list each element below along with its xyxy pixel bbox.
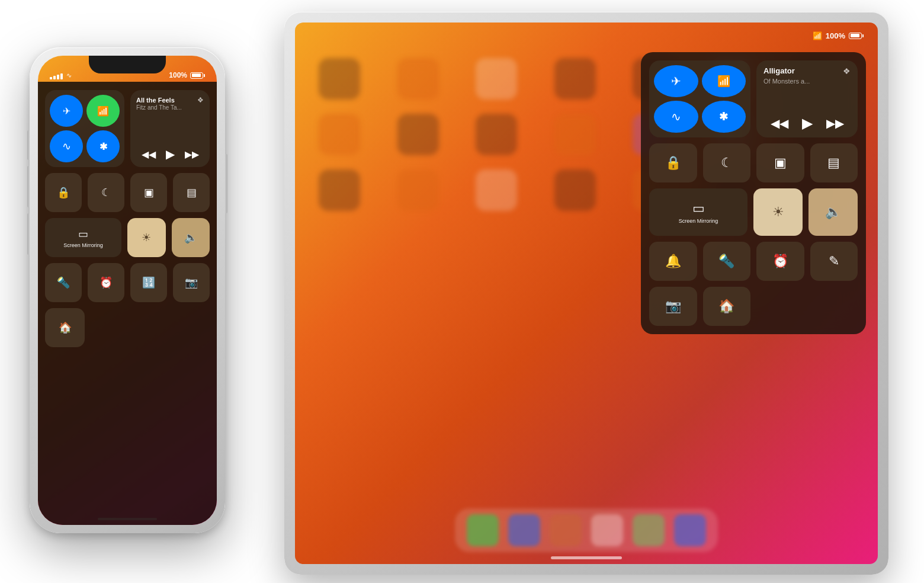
btn3-icon: ▣: [144, 186, 154, 199]
iphone-rotation-lock-btn[interactable]: 🔒: [45, 173, 82, 212]
ipad-airplane-btn[interactable]: ✈: [654, 65, 698, 97]
iphone-dnd-btn[interactable]: ☾: [88, 173, 124, 212]
app-icon: [397, 58, 439, 100]
ipad-flashlight-btn[interactable]: 🔦: [703, 242, 751, 281]
battery-body: [849, 33, 862, 39]
iphone-btn4[interactable]: ▤: [173, 173, 210, 212]
app-icon: [554, 114, 596, 155]
iphone-music-artist: Fitz and The Ta...: [136, 104, 182, 111]
ipad-dock: [455, 508, 718, 552]
app-icon: [397, 114, 439, 155]
music-info: Alligator Of Monsters a...: [763, 66, 810, 85]
dock-icon: [550, 514, 582, 546]
iphone-bluetooth-btn[interactable]: ✱: [86, 130, 120, 162]
ipad-camera-btn[interactable]: 📷: [649, 287, 697, 326]
battery-percent: 100%: [826, 31, 845, 40]
iphone-timer-btn[interactable]: ⏰: [88, 263, 124, 302]
iphone-screen-mirror-btn[interactable]: ▭ Screen Mirroring: [45, 218, 121, 257]
camera-icon: 📷: [185, 276, 198, 289]
ipad-btn4[interactable]: ▤: [810, 143, 858, 182]
music-artist: Of Monsters a...: [763, 78, 810, 85]
next-button[interactable]: ▶▶: [826, 116, 844, 130]
brightness-icon: ☀: [142, 231, 151, 244]
ipad-frame: 📶 100%: [284, 12, 888, 575]
iphone-screen: ∿ 100%: [38, 56, 217, 525]
music-controls: ◀◀ ▶ ▶▶: [763, 115, 851, 132]
ipad-wifi-btn[interactable]: ∿: [654, 101, 698, 133]
ipad-bell-btn[interactable]: 🔔: [649, 242, 697, 281]
ipad-connectivity-block: ✈ 📶 ∿ ✱: [649, 60, 750, 137]
timer-icon: ⏰: [772, 254, 788, 269]
ipad-btn3[interactable]: ▣: [756, 143, 804, 182]
ipad-volume-btn[interactable]: 🔈: [808, 188, 858, 236]
iphone-home-btn-cc[interactable]: 🏠: [45, 308, 85, 347]
btn4-icon: ▤: [187, 186, 197, 199]
music-title: Alligator: [763, 66, 810, 76]
iphone-row5: 🏠: [45, 308, 210, 347]
btn4-icon: ▤: [827, 155, 840, 171]
ipad-status-bar: 📶 100%: [295, 23, 878, 49]
battery-icon-iphone: [190, 72, 205, 79]
iphone-container: ∿ 100%: [30, 47, 225, 533]
iphone-row2: 🔒 ☾ ▣ ▤: [45, 173, 210, 212]
iphone-music-top: All the Feels Fitz and The Ta... ❖: [136, 96, 204, 111]
iphone-btn3[interactable]: ▣: [130, 173, 167, 212]
ipad-cellular-btn[interactable]: 📶: [702, 65, 746, 97]
iphone-prev-btn[interactable]: ◀◀: [142, 149, 156, 160]
battery-icon: [849, 33, 864, 39]
ipad-notes-btn[interactable]: ✎: [810, 242, 858, 281]
ipad-rotation-lock-btn[interactable]: 🔒: [649, 143, 697, 182]
airplay-icon[interactable]: ❖: [843, 66, 851, 76]
iphone-calculator-btn[interactable]: 🔢: [130, 263, 167, 302]
iphone-music-title: All the Feels: [136, 96, 182, 104]
iphone-brightness-btn[interactable]: ☀: [127, 218, 166, 257]
wifi-icon: 📶: [813, 31, 822, 40]
ipad-screen-mirror-btn[interactable]: ▭ Screen Mirroring: [649, 188, 747, 236]
camera-icon: 📷: [665, 299, 681, 314]
ipad-row2: 🔒 ☾ ▣ ▤: [649, 143, 858, 182]
iphone-camera-btn[interactable]: 📷: [173, 263, 210, 302]
rotation-lock-icon: 🔒: [665, 155, 681, 171]
iphone-airplane-btn[interactable]: ✈: [50, 95, 83, 127]
iphone-cellular-btn[interactable]: 📶: [86, 95, 120, 127]
calculator-icon: 🔢: [142, 276, 155, 289]
ipad-brightness-btn[interactable]: ☀: [753, 188, 803, 236]
wifi-icon-iphone: ∿: [66, 72, 72, 79]
iphone-row3: ▭ Screen Mirroring ☀ 🔈: [45, 218, 210, 257]
airplane-icon: ✈: [63, 105, 70, 117]
brightness-icon: ☀: [772, 204, 784, 220]
wifi-icon: ∿: [671, 110, 681, 124]
iphone-airplay-icon[interactable]: ❖: [197, 96, 204, 104]
ipad-control-center: ✈ 📶 ∿ ✱: [641, 52, 866, 334]
iphone-volume-btn[interactable]: 🔈: [172, 218, 210, 257]
battery-tip-iphone: [204, 74, 205, 77]
iphone-status-right: 100%: [169, 71, 205, 79]
scene: 📶 100%: [0, 0, 924, 583]
battery-fill: [851, 34, 859, 37]
app-icon: [476, 114, 517, 155]
ipad-music-block: Alligator Of Monsters a... ❖ ◀◀ ▶ ▶▶: [756, 60, 858, 137]
play-button[interactable]: ▶: [802, 115, 813, 132]
dock-icon: [508, 514, 540, 546]
iphone-flashlight-btn[interactable]: 🔦: [45, 263, 82, 302]
iphone-next-btn[interactable]: ▶▶: [185, 149, 199, 160]
bell-icon: 🔔: [665, 254, 681, 269]
iphone-signal: ∿: [50, 72, 72, 79]
iphone-music-info: All the Feels Fitz and The Ta...: [136, 96, 182, 111]
dock-icon: [467, 514, 499, 546]
ipad-home-btn[interactable]: 🏠: [703, 287, 751, 326]
iphone-row1: ✈ 📶 ∿ ✱: [45, 90, 210, 167]
ipad-timer-btn[interactable]: ⏰: [756, 242, 804, 281]
ipad-row5: 📷 🏠: [649, 287, 750, 326]
iphone-play-btn[interactable]: ▶: [166, 147, 175, 161]
screen-mirror-icon: ▭: [692, 201, 705, 216]
ipad-bluetooth-btn[interactable]: ✱: [702, 101, 746, 133]
moon-icon: ☾: [101, 186, 111, 199]
flashlight-icon: 🔦: [718, 254, 734, 269]
iphone-wifi-btn[interactable]: ∿: [50, 130, 83, 162]
ipad-dnd-btn[interactable]: ☾: [703, 143, 751, 182]
ipad-row4: 🔔 🔦 ⏰ ✎: [649, 242, 858, 281]
ipad-container: 📶 100%: [284, 12, 888, 575]
prev-button[interactable]: ◀◀: [771, 116, 788, 130]
app-icon: [319, 114, 360, 155]
